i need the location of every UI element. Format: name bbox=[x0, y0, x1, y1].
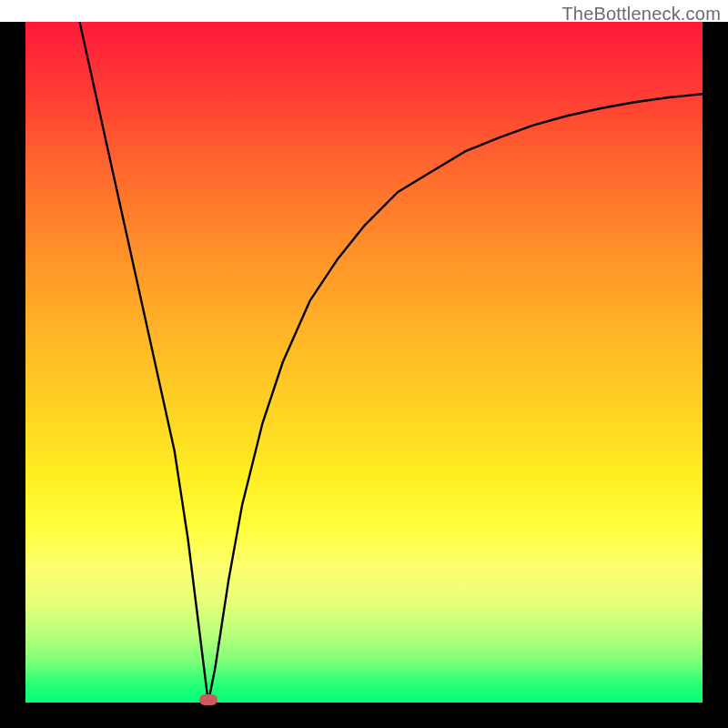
plot-frame bbox=[0, 22, 728, 728]
bottleneck-curve bbox=[25, 22, 703, 703]
optimal-point-marker bbox=[199, 694, 217, 705]
chart-container: TheBottleneck.com bbox=[0, 0, 728, 728]
plot-area bbox=[25, 22, 703, 703]
